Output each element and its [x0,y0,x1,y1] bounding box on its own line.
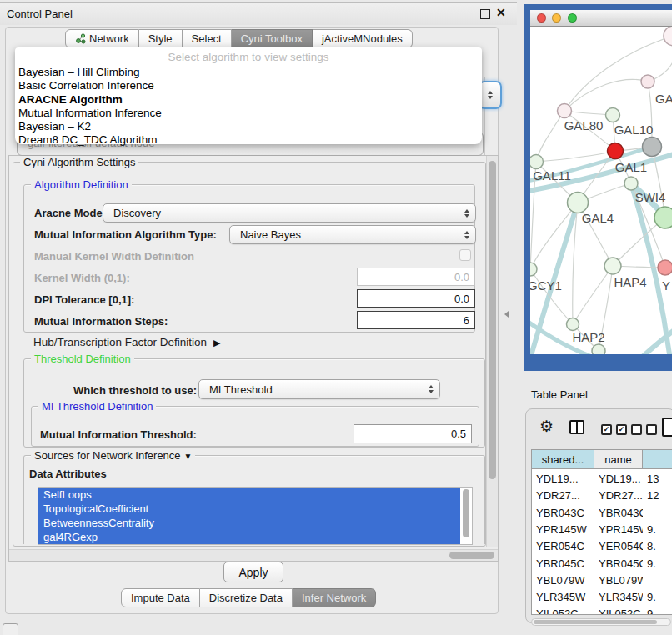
bottom-tab-infer-network[interactable]: Infer Network [293,588,376,608]
tab-label: Infer Network [302,592,366,604]
inference-algorithm-combo-button[interactable] [479,81,502,109]
node[interactable] [664,27,672,46]
document-icon[interactable] [662,418,672,437]
attribute-item-topologicalcoefficient[interactable]: TopologicalCoefficient [38,502,460,516]
attribute-item-betweennesscentrality[interactable]: BetweennessCentrality [38,516,460,530]
column-header-name[interactable]: name [594,450,643,469]
node-gal[interactable] [641,75,654,88]
bottom-tab-discretize-data[interactable]: Discretize Data [200,588,293,608]
edge[interactable] [530,269,573,324]
group-algorithm-definition: Algorithm Definition Aracne Mode: Discov… [23,184,475,332]
kernel-width-field[interactable]: 0.0 [357,268,475,286]
tab-label: Style [148,32,173,45]
dpi-tolerance-field[interactable]: 0.0 [357,289,475,308]
table-row[interactable]: YDL19...YDL19...13 [532,471,672,488]
algorithm-option-bayesian-hill-climbing[interactable]: Bayesian – Hill Climbing [15,66,482,79]
deselect-all-icon[interactable] [631,424,657,435]
node[interactable] [643,138,662,157]
minimize-traffic-light-icon[interactable] [552,13,561,22]
manual-kernel-checkbox[interactable] [459,249,471,261]
panel-splitter-handle[interactable] [504,311,509,318]
bottom-tab-impute-data[interactable]: Impute Data [121,588,200,608]
collapsed-panel-icon[interactable] [3,623,18,635]
node-gal1[interactable] [608,143,624,159]
column-header-shared[interactable]: shared... [532,450,594,469]
settings-hscroll-track[interactable] [9,549,498,561]
table-row[interactable]: YIL052CYIL052C9 [532,606,672,615]
sources-title: Sources for Network Inference [34,449,181,462]
settings-vscroll-thumb[interactable] [489,161,496,479]
algorithm-option-bayesian-k2[interactable]: Bayesian – K2 [15,120,482,133]
node-gal4[interactable] [568,192,589,213]
mi-threshold-field[interactable]: 0.5 [354,424,472,443]
close-icon[interactable]: ✕ [496,6,506,19]
gear-icon[interactable]: ⚙ [539,418,554,435]
table-hscroll-thumb[interactable] [534,620,657,624]
apply-label: Apply [238,566,268,579]
edge[interactable] [573,266,613,324]
settings-vscroll-track[interactable] [486,156,498,548]
node-table[interactable]: shared...nameYDL19...YDL19...13YDR27...Y… [531,449,672,615]
tab-cyni-toolbox[interactable]: Cyni Toolbox [232,29,313,48]
tab-label: Cyni Toolbox [241,32,303,45]
node-gcy1[interactable] [530,262,537,276]
table-row[interactable]: YDR27...YDR27...12 [532,488,672,504]
node-label-gal: GAL [655,92,672,106]
which-threshold-label: Which threshold to use: [73,384,197,397]
float-icon[interactable] [480,9,490,19]
algorithm-option-aracne-algorithm[interactable]: ARACNE Algorithm [15,93,482,107]
kernel-width-value: 0.0 [454,271,469,283]
node[interactable] [592,344,605,354]
node-gal11[interactable] [530,155,544,169]
table-row[interactable]: YLR345WYLR345W9. [532,589,672,606]
edge[interactable] [530,202,578,269]
attribute-item-selfloops[interactable]: SelfLoops [38,488,460,502]
apply-button[interactable]: Apply [223,562,283,582]
tab-network[interactable]: Network [65,29,139,48]
settings-hscroll-thumb[interactable] [449,552,494,559]
table-row[interactable]: YBR043CYBR043C [532,505,672,522]
attribute-item-gal4rgexp[interactable]: gal4RGexp [38,530,460,544]
network-canvas[interactable]: GALGAL80GAL10GAL1GAL11SWI4GAL4GCY1HAP4YH… [530,27,672,354]
network-view-window[interactable]: GALGAL80GAL10GAL1GAL11SWI4GAL4GCY1HAP4YH… [524,4,672,371]
dpi-tolerance-label: DPI Tolerance [0,1]: [34,293,134,306]
node-label-y: Y [662,278,670,292]
node-hap4[interactable] [604,258,621,274]
hub-definition-toggle[interactable]: Hub/Transcription Factor Definition▶ [33,336,221,348]
close-traffic-light-icon[interactable] [537,13,546,22]
node-y[interactable] [658,260,672,275]
node-swi4[interactable] [624,177,638,190]
which-threshold-combo[interactable]: MI Threshold [198,379,440,399]
node[interactable] [654,207,672,228]
table-row[interactable]: YER054CYER054C8. [532,538,672,555]
mi-type-combo[interactable]: Naive Bayes [229,225,476,244]
cell: 9 [643,606,672,615]
edge[interactable] [536,111,564,162]
algorithm-option-dream8-dc-tdc-algorithm[interactable]: Dream8 DC_TDC Algorithm [15,133,482,147]
algorithm-option-basic-correlation-inference[interactable]: Basic Correlation Inference [15,79,482,92]
aracne-mode-combo[interactable]: Discovery [103,203,476,222]
algorithm-option-mutual-information-inference[interactable]: Mutual Information Inference [15,107,482,120]
group-title: MI Threshold Definition [38,400,156,412]
cell: 13 [643,471,672,488]
list-scrollbar-thumb[interactable] [463,489,469,538]
table-row[interactable]: YBL079WYBL079W [532,572,672,589]
table-row[interactable]: YPR145WYPR145W9. [532,522,672,538]
tab-style[interactable]: Style [139,29,183,48]
expand-right-icon: ▶ [213,338,220,348]
mi-steps-field[interactable]: 6 [357,311,475,329]
node-gal10[interactable] [606,108,620,122]
table-hscroll-track[interactable] [531,618,671,626]
tab-select[interactable]: Select [183,29,232,48]
columns-icon[interactable] [569,420,584,434]
node-hap2[interactable] [567,318,579,331]
data-attributes-list[interactable]: SelfLoopsTopologicalCoefficientBetweenne… [38,487,473,545]
select-all-icon[interactable]: ✓ ✓ [601,424,627,435]
column-header-col3[interactable] [643,450,672,469]
table-row[interactable]: YBR045CYBR045C9. [532,556,672,572]
tab-jactivemnodules[interactable]: jActiveMNodules [313,29,413,48]
node-gal80[interactable] [558,104,572,118]
network-window-titlebar[interactable] [530,10,672,27]
tab-label: jActiveMNodules [322,32,403,45]
zoom-traffic-light-icon[interactable] [568,13,577,22]
